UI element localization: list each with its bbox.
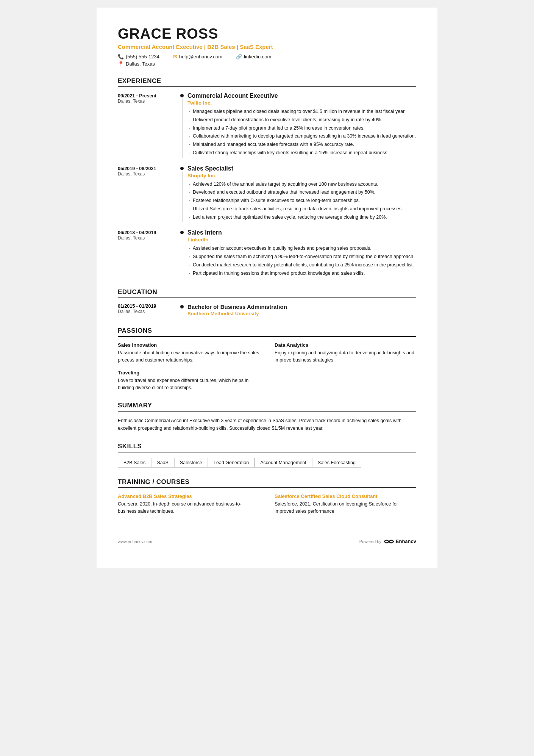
training-text: Coursera, 2020. In-depth course on advan… (118, 501, 259, 515)
passion-title: Sales Innovation (118, 342, 259, 348)
exp-location: Dallas, Texas (118, 171, 176, 177)
exp-line (182, 99, 183, 158)
passion-text: Passionate about finding new, innovative… (118, 349, 259, 364)
bullet-item: Achieved 120% of the annual sales target… (187, 181, 416, 188)
bullet-item: Participated in training sessions that i… (187, 270, 416, 277)
experience-section: 09/2021 - Present Dallas, Texas Commerci… (118, 92, 416, 278)
exp-left: 09/2021 - Present Dallas, Texas (118, 92, 176, 158)
summary-section-title: SUMMARY (118, 402, 416, 412)
header-section: GRACE ROSS Commercial Account Executive … (118, 26, 416, 67)
exp-bullets: Assisted senior account executives in qu… (187, 245, 416, 277)
email-contact: ✉ help@enhancv.com (173, 54, 222, 59)
candidate-title: Commercial Account Executive | B2B Sales… (118, 44, 416, 50)
skill-tag: Salesforce (174, 458, 208, 468)
passions-section-title: PASSIONS (118, 327, 416, 337)
bullet-item: Developed and executed outbound strategi… (187, 189, 416, 196)
education-section-title: EDUCATION (118, 288, 416, 298)
header-contacts: 📞 (555) 555-1234 ✉ help@enhancv.com 🔗 li… (118, 54, 416, 59)
passions-grid: Sales Innovation Passionate about findin… (118, 342, 416, 391)
brand-name: Enhancv (396, 538, 416, 544)
bullet-item: Cultivated strong relationships with key… (187, 149, 416, 157)
skill-tag: Lead Generation (208, 458, 255, 468)
exp-job-title: Commercial Account Executive (187, 92, 416, 99)
edu-school: Southern Methodist University (187, 311, 416, 316)
skills-section: B2B SalesSaaSSalesforceLead GenerationAc… (118, 458, 416, 468)
exp-job-title: Sales Specialist (187, 165, 416, 172)
bullet-item: Managed sales pipeline and closed deals … (187, 108, 416, 115)
edu-location: Dallas, Texas (118, 309, 176, 314)
skill-tag: B2B Sales (118, 458, 151, 468)
exp-right: Sales Specialist Shopify Inc. Achieved 1… (187, 165, 416, 222)
edu-degree: Bachelor of Business Administration (187, 304, 416, 310)
exp-location: Dallas, Texas (118, 235, 176, 241)
experience-section-title: EXPERIENCE (118, 77, 416, 87)
edu-dot-line (180, 304, 184, 316)
skills-section-title: SKILLS (118, 443, 416, 452)
skill-tag: Sales Forecasting (312, 458, 361, 468)
exp-dot-line (180, 92, 184, 158)
exp-job-title: Sales Intern (187, 229, 416, 236)
exp-bullets: Achieved 120% of the annual sales target… (187, 181, 416, 221)
summary-text: Enthusiastic Commercial Account Executiv… (118, 417, 416, 432)
bullet-item: Implemented a 7-day pilot program that l… (187, 125, 416, 132)
bullet-item: Delivered product demonstrations to exec… (187, 116, 416, 124)
experience-entry: 06/2018 - 04/2019 Dallas, Texas Sales In… (118, 229, 416, 278)
exp-company: LinkedIn (187, 237, 416, 243)
passion-title: Traveling (118, 370, 259, 376)
education-section: 01/2015 - 01/2019 Dallas, Texas Bachelor… (118, 304, 416, 316)
exp-dot (180, 167, 184, 170)
exp-dates: 05/2019 - 08/2021 (118, 166, 176, 171)
candidate-name: GRACE ROSS (118, 26, 416, 42)
skill-tag: SaaS (151, 458, 174, 468)
training-title: Advanced B2B Sales Strategies (118, 493, 259, 499)
phone-contact: 📞 (555) 555-1234 (118, 54, 159, 59)
bullet-item: Conducted market research to identify po… (187, 261, 416, 269)
training-text: Salesforce, 2021. Certification on lever… (275, 501, 416, 515)
phone-icon: 📞 (118, 54, 124, 59)
bullet-item: Utilized Salesforce to track sales activ… (187, 205, 416, 213)
passion-text: Enjoy exploring and analyzing data to de… (275, 349, 416, 364)
exp-line (182, 172, 183, 222)
linkedin-icon: 🔗 (236, 54, 242, 59)
passions-section: Sales Innovation Passionate about findin… (118, 342, 416, 391)
email-icon: ✉ (173, 54, 177, 59)
footer-url: www.enhancv.com (118, 539, 152, 544)
exp-dot-line (180, 229, 184, 278)
passion-item: Data Analytics Enjoy exploring and analy… (275, 342, 416, 364)
training-item: Salesforce Certified Sales Cloud Consult… (275, 493, 416, 515)
exp-dates: 06/2018 - 04/2019 (118, 230, 176, 235)
email-address: help@enhancv.com (179, 54, 222, 59)
location-icon: 📍 (118, 61, 124, 67)
exp-right: Commercial Account Executive Twilio Inc.… (187, 92, 416, 158)
edu-dates: 01/2015 - 01/2019 (118, 304, 176, 309)
location-text: Dallas, Texas (126, 61, 155, 67)
training-item: Advanced B2B Sales Strategies Coursera, … (118, 493, 259, 515)
brand-logo: Enhancv (384, 538, 416, 545)
bullet-item: Maintained and managed accurate sales fo… (187, 141, 416, 148)
passion-item: Traveling Love to travel and experience … (118, 370, 259, 391)
training-section-title: TRAINING / COURSES (118, 478, 416, 488)
exp-company: Twilio Inc. (187, 100, 416, 106)
exp-dates: 09/2021 - Present (118, 93, 176, 99)
edu-left: 01/2015 - 01/2019 Dallas, Texas (118, 304, 176, 316)
linkedin-url: linkedin.com (244, 54, 271, 59)
exp-location: Dallas, Texas (118, 99, 176, 104)
bullet-item: Supported the sales team in achieving a … (187, 253, 416, 260)
exp-bullets: Managed sales pipeline and closed deals … (187, 108, 416, 157)
phone-number: (555) 555-1234 (126, 54, 159, 59)
passion-item: Sales Innovation Passionate about findin… (118, 342, 259, 364)
training-title: Salesforce Certified Sales Cloud Consult… (275, 493, 416, 499)
resume-page: GRACE ROSS Commercial Account Executive … (97, 8, 437, 568)
bullet-item: Fostered relationships with C-suite exec… (187, 197, 416, 204)
experience-entry: 05/2019 - 08/2021 Dallas, Texas Sales Sp… (118, 165, 416, 222)
bullet-item: Led a team project that optimized the sa… (187, 214, 416, 221)
brand-logo-icon (384, 538, 394, 545)
footer-powered-by: Powered by Enhancv (359, 538, 416, 545)
exp-right: Sales Intern LinkedIn Assisted senior ac… (187, 229, 416, 278)
exp-dot (180, 94, 184, 97)
passion-text: Love to travel and experience different … (118, 377, 259, 391)
bullet-item: Assisted senior account executives in qu… (187, 245, 416, 252)
page-footer: www.enhancv.com Powered by Enhancv (118, 534, 416, 545)
location-contact: 📍 Dallas, Texas (118, 61, 416, 67)
powered-by-label: Powered by (359, 539, 381, 544)
